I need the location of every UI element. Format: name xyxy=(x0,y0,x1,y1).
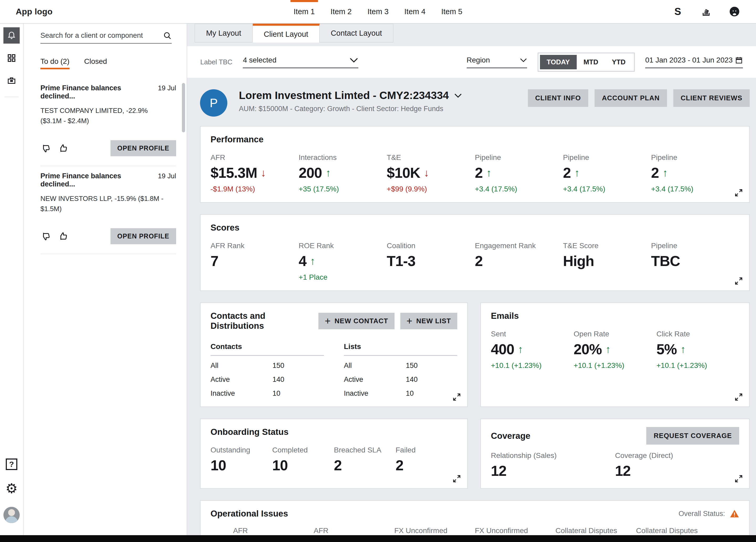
s-brand-icon[interactable]: S xyxy=(672,6,684,17)
table-row: All150 xyxy=(211,362,324,370)
tab-client-layout[interactable]: Client Layout xyxy=(253,24,320,43)
metric-fx-unconfirmed: FX Unconfirmed 447 +10.1 (+1.23%) xyxy=(475,527,555,535)
open-profile-button[interactable]: OPEN PROFILE xyxy=(111,228,176,244)
tab-todo[interactable]: To do (2) xyxy=(40,57,70,69)
metric-te-score: T&E Score High xyxy=(563,241,651,282)
table-row: Inactive10 xyxy=(344,390,457,398)
overall-status-label: Overall Status: xyxy=(679,510,725,518)
app-logo: App logo xyxy=(16,7,53,17)
chevron-down-icon xyxy=(520,58,527,62)
new-contact-button[interactable]: + NEW CONTACT xyxy=(318,313,394,329)
trend-up-icon: ↑ xyxy=(325,167,331,179)
trend-down-icon: ↓ xyxy=(261,167,266,179)
request-coverage-button[interactable]: REQUEST COVERAGE xyxy=(646,427,739,445)
trend-up-icon: ↑ xyxy=(486,167,492,179)
rail-divider xyxy=(4,97,19,97)
open-profile-button[interactable]: OPEN PROFILE xyxy=(111,140,176,156)
client-avatar: P xyxy=(200,89,227,117)
nav-item-1[interactable]: Item 1 xyxy=(286,0,323,23)
period-today[interactable]: TODAY xyxy=(540,55,577,69)
nav-item-2[interactable]: Item 2 xyxy=(323,0,360,23)
warning-icon xyxy=(730,509,739,518)
plus-icon: + xyxy=(325,317,331,325)
card-title: Onboarding Status xyxy=(211,427,457,437)
layout-tabs: My Layout Client Layout Contact Layout xyxy=(187,24,756,43)
metric-coverage-direct: Coverage (Direct) 12 xyxy=(615,451,739,479)
nav-item-4[interactable]: Item 4 xyxy=(396,0,433,23)
region-select[interactable]: Region xyxy=(467,56,527,68)
expand-icon[interactable] xyxy=(452,392,461,402)
metric-open-rate: Open Rate 20%↑ +10.1 (+1.23%) xyxy=(574,330,656,370)
new-list-button[interactable]: + NEW LIST xyxy=(400,313,457,329)
metric-sent: Sent 400↑ +10.1 (+1.23%) xyxy=(491,330,574,370)
client-name-dropdown[interactable]: Lorem Investment Limted - CMY2:234334 xyxy=(239,89,462,102)
card-title: Contacts and Distributions xyxy=(211,311,313,331)
table-row: Active140 xyxy=(211,376,324,384)
main-content: My Layout Client Layout Contact Layout L… xyxy=(187,24,756,535)
trend-up-icon: ↑ xyxy=(310,255,315,267)
search-field[interactable] xyxy=(40,31,172,44)
tab-contact-layout[interactable]: Contact Layout xyxy=(320,24,393,43)
table-row: Inactive10 xyxy=(211,390,324,398)
metric-collateral-disputes: Collateral Disputes 424 +10.1 (+1.23%) xyxy=(636,527,717,535)
metric-afr-rank: AFR Rank 7 xyxy=(211,241,299,282)
expand-icon[interactable] xyxy=(734,392,743,402)
trend-up-icon: ↑ xyxy=(518,344,523,355)
table-row: Active140 xyxy=(344,376,457,384)
notifications-rail-button[interactable] xyxy=(3,27,20,44)
settings-gear-icon[interactable]: ⚙ xyxy=(6,482,18,495)
bottom-bar xyxy=(0,535,756,542)
card-title: Performance xyxy=(211,134,739,144)
filter-label: Label TBC xyxy=(200,58,232,66)
metric-relationship-sales: Relationship (Sales) 12 xyxy=(491,451,615,479)
card-title: Scores xyxy=(211,223,739,233)
briefcase-rail-button[interactable] xyxy=(3,72,20,89)
account-plan-button[interactable]: ACCOUNT PLAN xyxy=(595,89,667,107)
card-title: Operational Issues xyxy=(211,509,679,519)
metric-interactions: Interactions 200↑ +35 (17.5%) xyxy=(299,153,387,193)
trend-up-icon: ↑ xyxy=(605,344,611,355)
sidebar-scrollbar[interactable] xyxy=(182,83,185,132)
notification-card: Prime Finance balances declined... 19 Ju… xyxy=(40,166,176,254)
github-icon[interactable] xyxy=(729,6,740,17)
metric-outstanding: Outstanding 10 xyxy=(211,446,272,474)
thumbs-up-icon[interactable] xyxy=(58,143,68,154)
stackoverflow-icon[interactable] xyxy=(700,6,712,17)
period-toggle: TODAY MTD YTD xyxy=(538,52,635,72)
label-select[interactable]: 4 selected xyxy=(243,56,358,68)
date-range-picker[interactable]: 01 Jan 2023 - 01 Jun 2023 xyxy=(645,56,743,68)
grid-icon xyxy=(7,54,16,62)
help-icon[interactable]: ? xyxy=(6,459,17,470)
card-title: Emails xyxy=(491,311,739,321)
notification-card: Prime Finance balances declined... 19 Ju… xyxy=(40,78,176,166)
expand-icon[interactable] xyxy=(734,276,743,286)
period-mtd[interactable]: MTD xyxy=(577,55,605,69)
metric-fx-unconfirmed: FX Unconfirmed 447 +10.1 (+1.23%) xyxy=(394,527,475,535)
nav-item-5[interactable]: Item 5 xyxy=(433,0,470,23)
expand-icon[interactable] xyxy=(734,474,743,483)
search-input[interactable] xyxy=(40,31,163,40)
client-reviews-button[interactable]: CLIENT REVIEWS xyxy=(673,89,750,107)
client-meta: AUM: $15000M - Category: Growth - Client… xyxy=(239,105,462,113)
tab-my-layout[interactable]: My Layout xyxy=(195,24,253,43)
client-name: Lorem Investment Limted - CMY2:234334 xyxy=(239,89,449,102)
scores-card: Scores AFR Rank 7 ROE Rank 4↑ +1 Place C xyxy=(200,214,750,291)
thumbs-up-icon[interactable] xyxy=(58,231,68,241)
trend-down-icon: ↓ xyxy=(424,167,429,179)
period-ytd[interactable]: YTD xyxy=(605,55,632,69)
metric-breached-sla: Breached SLA 2 xyxy=(334,446,396,474)
expand-icon[interactable] xyxy=(452,474,461,483)
tab-closed[interactable]: Closed xyxy=(84,57,107,69)
app-root: App logo Item 1 Item 2 Item 3 Item 4 Ite… xyxy=(0,0,756,542)
thumbs-down-icon[interactable] xyxy=(40,231,51,241)
calendar-icon xyxy=(735,56,743,64)
nav-item-3[interactable]: Item 3 xyxy=(360,0,397,23)
thumbs-down-icon[interactable] xyxy=(40,143,51,154)
metric-engagement-rank: Engagement Rank 2 xyxy=(475,241,563,282)
client-info-button[interactable]: CLIENT INFO xyxy=(528,89,588,107)
user-avatar[interactable] xyxy=(3,507,20,523)
dashboard-scroll-area: P Lorem Investment Limted - CMY2:234334 … xyxy=(187,78,756,535)
performance-card: Performance AFR $15.3M↓ -$1.9M (13%) Int… xyxy=(200,126,750,203)
expand-icon[interactable] xyxy=(734,188,743,197)
apps-grid-rail-button[interactable] xyxy=(3,50,20,66)
